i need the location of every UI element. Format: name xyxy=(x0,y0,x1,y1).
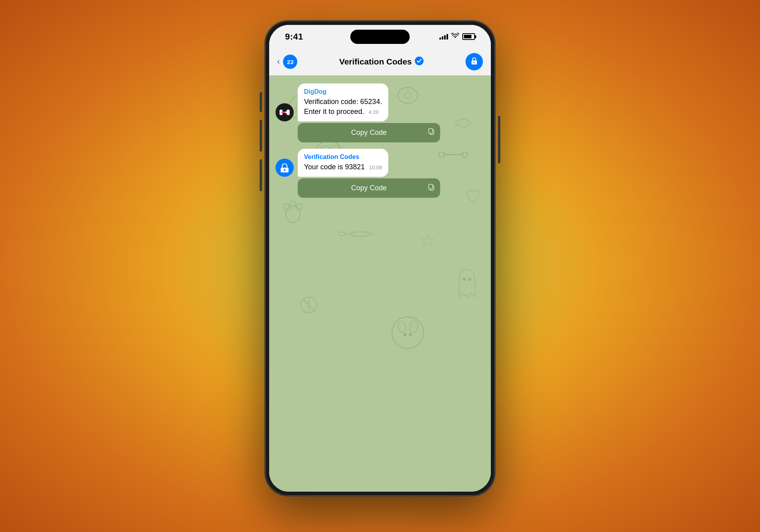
volume-down-button xyxy=(260,159,262,191)
chat-content: DigDog Verification code: 65234.Enter it… xyxy=(276,83,484,198)
back-chevron-icon: ‹ xyxy=(277,57,280,67)
volume-up-button xyxy=(260,120,262,151)
message-time-2: 10:09 xyxy=(369,165,382,170)
svg-rect-32 xyxy=(429,129,433,133)
svg-point-24 xyxy=(463,278,466,281)
battery-icon xyxy=(462,33,475,40)
message-block-1: DigDog Verification code: 65234.Enter it… xyxy=(276,83,484,142)
avatar-digdog xyxy=(276,103,294,121)
battery-fill xyxy=(464,35,471,38)
phone-screen: 9:41 xyxy=(269,25,491,492)
copy-icon-2 xyxy=(428,184,435,193)
copy-code-button-1[interactable]: Copy Code xyxy=(298,123,440,142)
svg-point-16 xyxy=(392,317,424,348)
unread-count-badge: 23 xyxy=(283,55,297,69)
svg-point-2 xyxy=(474,62,475,63)
svg-rect-36 xyxy=(429,184,433,189)
message-row-2: Verification Codes Your code is 93821 10… xyxy=(276,149,484,177)
wifi-icon xyxy=(451,33,459,41)
message-sender-2: Verification Codes xyxy=(304,153,382,161)
svg-point-34 xyxy=(284,169,285,171)
nav-title-area: Verification Codes xyxy=(297,57,466,67)
message-block-2: Verification Codes Your code is 93821 10… xyxy=(276,149,484,198)
message-row-1: DigDog Verification code: 65234.Enter it… xyxy=(276,83,484,121)
svg-point-17 xyxy=(397,320,407,333)
signal-bar-2 xyxy=(442,36,443,40)
svg-point-14 xyxy=(290,201,296,208)
signal-bar-1 xyxy=(439,38,441,40)
phone-frame: 9:41 xyxy=(265,21,495,496)
avatar-verification-codes xyxy=(276,159,294,177)
signal-bar-4 xyxy=(446,34,448,40)
message-text-1: Verification code: 65234.Enter it to pro… xyxy=(304,97,382,117)
svg-point-0 xyxy=(415,57,424,65)
signal-icon xyxy=(439,34,448,40)
status-icons xyxy=(439,33,475,41)
chat-area: DigDog Verification code: 65234.Enter it… xyxy=(269,76,491,492)
locked-chat-button[interactable] xyxy=(466,53,483,70)
message-sender-1: DigDog xyxy=(304,88,382,95)
svg-point-18 xyxy=(409,320,419,333)
power-button xyxy=(498,116,500,163)
svg-point-19 xyxy=(403,333,407,336)
svg-point-25 xyxy=(468,278,471,281)
message-text-2: Your code is 93821 10:09 xyxy=(304,162,382,172)
lock-chat-icon xyxy=(470,57,479,67)
status-bar: 9:41 xyxy=(269,25,491,49)
svg-point-30 xyxy=(287,112,290,115)
dynamic-island xyxy=(350,30,410,44)
signal-bar-3 xyxy=(444,35,446,40)
nav-title: Verification Codes xyxy=(339,57,412,66)
nav-bar: ‹ 23 Verification Codes xyxy=(269,49,491,76)
verified-icon xyxy=(415,57,424,67)
copy-icon-1 xyxy=(428,128,435,137)
message-bubble-1: DigDog Verification code: 65234.Enter it… xyxy=(298,83,388,121)
status-time: 9:41 xyxy=(285,32,303,42)
svg-point-20 xyxy=(409,333,412,336)
copy-code-button-2[interactable]: Copy Code xyxy=(298,178,440,198)
message-bubble-2: Verification Codes Your code is 93821 10… xyxy=(298,149,388,177)
message-time-1: 4:20 xyxy=(369,109,378,115)
back-button[interactable]: ‹ 23 xyxy=(277,55,297,69)
volume-silent-button xyxy=(260,92,262,112)
phone-wrapper: 9:41 xyxy=(257,21,503,511)
